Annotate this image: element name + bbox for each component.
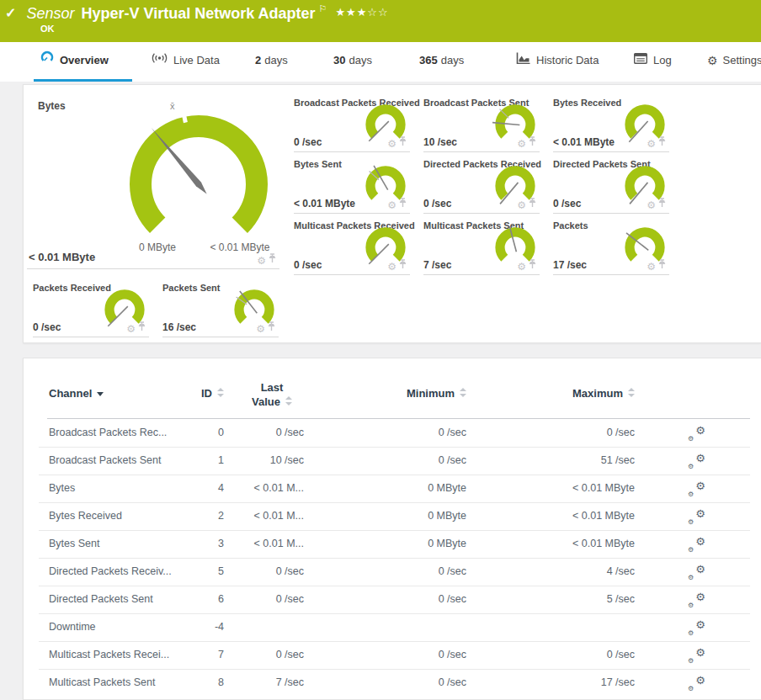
table-row-bytes: Bytes4< 0.01 M...0 MByte< 0.01 MByte⚙⚙	[24, 475, 761, 502]
pin-icon[interactable]	[268, 320, 275, 335]
column-header-minimum[interactable]: Minimum	[310, 387, 466, 400]
cell-channel: Multicast Packets Sent	[49, 676, 205, 688]
tab-365-days[interactable]: 365days	[412, 42, 471, 79]
tab-label: Live Data	[173, 54, 220, 66]
cell-minimum: 0 /sec	[310, 676, 466, 688]
gear-icon[interactable]: ⚙	[517, 199, 526, 211]
channel-settings-icon[interactable]: ⚙⚙	[689, 618, 705, 635]
channel-settings-icon[interactable]: ⚙⚙	[689, 535, 705, 552]
gear-icon[interactable]: ⚙	[517, 138, 526, 150]
flag-icon[interactable]: ⚐	[319, 3, 327, 14]
cell-minimum: 0 /sec	[310, 649, 466, 660]
historic-data-icon	[516, 42, 530, 79]
gauge-cell-bytes[interactable]: Bytes x̄ 0 MByte < 0.01 MByte < 0.01 MBy…	[27, 96, 279, 269]
gauge-cell-actions: ⚙	[517, 135, 536, 150]
cell-maximum: 0 /sec	[478, 649, 635, 660]
gear-icon[interactable]: ⚙	[256, 323, 265, 335]
gauge-cell-bytes-received[interactable]: Bytes Received< 0.01 MByte⚙	[553, 96, 669, 152]
cell-maximum: 4 /sec	[478, 565, 635, 577]
gear-icon[interactable]: ⚙	[387, 261, 396, 273]
gauge-value: 17 /sec	[553, 259, 587, 271]
gauge-cell-directed-packets-sent[interactable]: Directed Packets Sent0 /sec⚙	[553, 157, 669, 214]
tab-label: Historic Data	[536, 54, 599, 66]
cell-id: 0	[192, 427, 224, 438]
gear-icon[interactable]: ⚙	[387, 138, 396, 150]
tab-label: Overview	[60, 54, 109, 66]
gauge-cell-multicast-packets-sent[interactable]: Multicast Packets Sent7 /sec⚙	[423, 219, 540, 275]
gauge-cell-multicast-packets-received[interactable]: Multicast Packets Received0 /sec⚙	[294, 219, 410, 275]
pin-icon[interactable]	[399, 135, 407, 150]
pin-icon[interactable]	[658, 135, 666, 150]
channel-settings-icon[interactable]: ⚙⚙	[689, 674, 705, 691]
gear-icon[interactable]: ⚙	[387, 199, 396, 211]
cell-minimum: 0 /sec	[310, 565, 466, 577]
channel-table-header: Channel ID LastValue Minimum Maximum	[24, 375, 761, 419]
column-header-maximum[interactable]: Maximum	[478, 387, 635, 400]
gauge-cell-packets-received[interactable]: Packets Received0 /sec⚙	[33, 281, 149, 337]
cell-id: 6	[192, 593, 224, 605]
cell-last-value: 7 /sec	[224, 676, 304, 688]
gauge-cell-packets-sent[interactable]: Packets Sent16 /sec⚙	[162, 281, 279, 337]
tab-30-days[interactable]: 30days	[327, 42, 379, 79]
channel-settings-icon[interactable]: ⚙⚙	[689, 452, 705, 469]
cell-channel: Directed Packets Receiv...	[49, 565, 205, 577]
gear-icon: ⚙	[707, 54, 718, 67]
gauge-value: 0 /sec	[33, 321, 61, 333]
gear-icon[interactable]: ⚙	[517, 261, 526, 273]
cell-maximum: < 0.01 MByte	[478, 538, 635, 549]
column-header-last-value[interactable]: LastValue	[234, 380, 310, 409]
channel-settings-icon[interactable]: ⚙⚙	[689, 480, 705, 496]
gauge-value: 16 /sec	[162, 321, 196, 333]
column-header-id[interactable]: ID	[192, 387, 224, 400]
pin-icon[interactable]	[658, 257, 666, 273]
column-label: Value	[252, 395, 280, 408]
channel-settings-icon[interactable]: ⚙⚙	[689, 646, 705, 663]
pin-icon[interactable]	[529, 257, 536, 273]
gauge-cell-directed-packets-received[interactable]: Directed Packets Received0 /sec⚙	[423, 157, 540, 214]
gear-icon[interactable]: ⚙	[647, 261, 656, 273]
pin-icon[interactable]	[399, 196, 407, 211]
table-row-broadcast-packets-rec: Broadcast Packets Rec...00 /sec0 /sec0 /…	[24, 419, 761, 447]
gauge-cell-broadcast-packets-received[interactable]: Broadcast Packets Received0 /sec⚙	[294, 96, 410, 152]
pin-icon[interactable]	[529, 196, 536, 211]
gauge-cell-packets[interactable]: Packets17 /sec⚙	[553, 219, 669, 275]
gauge-scale-min: 0 MByte	[115, 241, 200, 253]
tab-2-days[interactable]: 2days	[248, 42, 295, 79]
gauge-cell-actions: ⚙	[647, 135, 666, 150]
table-row-multicast-packets-sent: Multicast Packets Sent87 /sec0 /sec17 /s…	[24, 669, 761, 697]
tab-historic-data[interactable]: Historic Data	[509, 42, 605, 79]
column-header-channel[interactable]: Channel	[49, 387, 192, 400]
tab-live-data[interactable]: Live Data	[145, 42, 226, 79]
gauge-cell-broadcast-packets-sent[interactable]: Broadcast Packets Sent10 /sec⚙	[423, 96, 540, 152]
gear-icon[interactable]: ⚙	[647, 199, 656, 211]
gear-icon[interactable]: ⚙	[647, 138, 656, 150]
channel-settings-icon[interactable]: ⚙⚙	[689, 424, 705, 441]
channel-table-body: Broadcast Packets Rec...00 /sec0 /sec0 /…	[24, 419, 761, 697]
column-label: Channel	[49, 387, 92, 400]
gauge-cell-actions: ⚙	[647, 196, 666, 211]
pin-icon[interactable]	[269, 252, 276, 267]
channel-settings-icon[interactable]: ⚙⚙	[689, 563, 705, 580]
channel-settings-icon[interactable]: ⚙⚙	[689, 591, 705, 607]
gauge-value: 0 /sec	[423, 198, 451, 209]
priority-stars[interactable]: ★★★☆☆	[335, 6, 388, 19]
gauge-value: < 0.01 MByte	[294, 198, 355, 209]
column-label: ID	[201, 387, 212, 400]
cell-id: 8	[192, 676, 224, 688]
gauge-cell-actions: ⚙	[257, 252, 276, 267]
tab-settings[interactable]: ⚙Settings	[700, 42, 761, 79]
gauge-cell-bytes-sent[interactable]: Bytes Sent< 0.01 MByte⚙	[294, 157, 410, 214]
tab-log[interactable]: Log	[627, 42, 679, 79]
gauge-cell-actions: ⚙	[647, 257, 666, 273]
tab-overview[interactable]: Overview	[34, 42, 132, 82]
page-title: Hyper-V Virtual Network Adapter	[81, 5, 315, 23]
gear-icon[interactable]: ⚙	[126, 323, 136, 335]
status-ok-icon: ✓	[5, 5, 16, 21]
pin-icon[interactable]	[138, 320, 146, 335]
pin-icon[interactable]	[529, 135, 536, 150]
table-row-directed-packets-receiv: Directed Packets Receiv...50 /sec0 /sec4…	[24, 558, 761, 586]
channel-settings-icon[interactable]: ⚙⚙	[689, 507, 705, 524]
pin-icon[interactable]	[399, 257, 407, 273]
gear-icon[interactable]: ⚙	[257, 255, 266, 267]
pin-icon[interactable]	[658, 196, 666, 211]
